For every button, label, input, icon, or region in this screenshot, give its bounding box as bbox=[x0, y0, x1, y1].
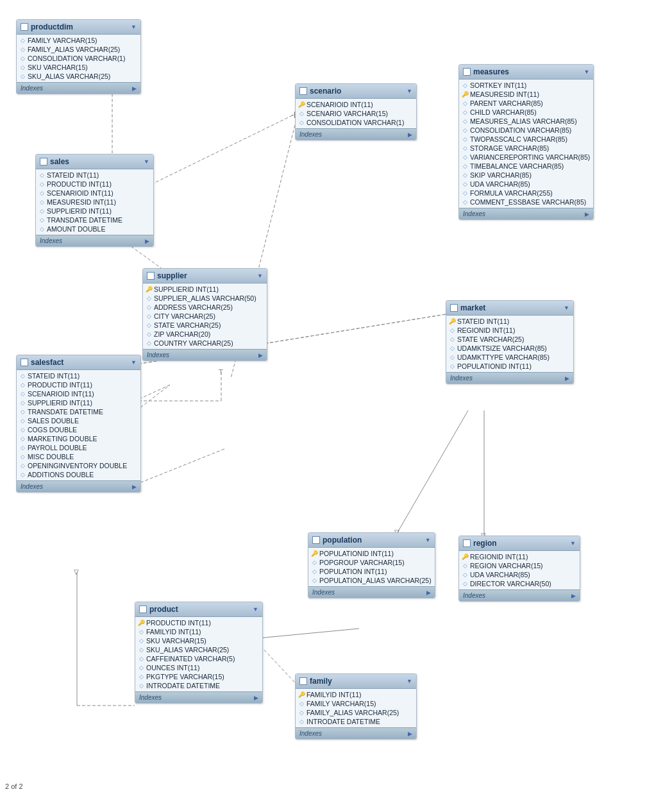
table-productdim: productdim ▼ ◇FAMILY VARCHAR(15) ◇FAMILY… bbox=[16, 19, 141, 94]
diamond-icon: ◇ bbox=[39, 208, 45, 214]
list-item: ◇INTRODATE DATETIME bbox=[135, 681, 262, 690]
list-item: ◇SCENARIO VARCHAR(15) bbox=[296, 109, 416, 118]
list-item: ◇VARIANCEREPORTING VARCHAR(85) bbox=[459, 153, 593, 162]
table-footer-population[interactable]: Indexes ▶ bbox=[308, 586, 435, 598]
table-icon-supplier bbox=[147, 272, 155, 280]
list-item: ◇ADDITIONS DOUBLE bbox=[17, 470, 140, 479]
footer-arrow: ▶ bbox=[571, 593, 576, 599]
diamond-icon: ◇ bbox=[462, 182, 468, 187]
list-item: 🔑STATEID INT(11) bbox=[446, 317, 573, 326]
dropdown-population[interactable]: ▼ bbox=[425, 537, 431, 543]
table-name-productdim: productdim bbox=[31, 22, 73, 31]
list-item: ◇PKGTYPE VARCHAR(15) bbox=[135, 672, 262, 681]
list-item: ◇CHILD VARCHAR(85) bbox=[459, 108, 593, 117]
svg-line-13 bbox=[398, 410, 468, 532]
table-icon-family bbox=[299, 677, 307, 685]
table-body-salesfact: ◇STATEID INT(11) ◇PRODUCTID INT(11) ◇SCE… bbox=[17, 370, 140, 480]
key-icon: 🔑 bbox=[138, 620, 144, 626]
list-item: ◇POPGROUP VARCHAR(15) bbox=[308, 558, 435, 567]
table-name-measures: measures bbox=[473, 67, 509, 76]
dropdown-region[interactable]: ▼ bbox=[570, 540, 576, 546]
table-icon-population bbox=[312, 536, 320, 544]
table-name-sales: sales bbox=[50, 157, 69, 166]
table-footer-scenario[interactable]: Indexes ▶ bbox=[296, 128, 416, 140]
table-footer-product[interactable]: Indexes ▶ bbox=[135, 691, 262, 703]
diamond-icon: ◇ bbox=[462, 155, 468, 160]
list-item: ◇CONSOLIDATION VARCHAR(1) bbox=[17, 54, 140, 63]
diagram-area: ▷ | -| ▷ -| ▽ ▽ ▽ ▷ ⊤ bbox=[0, 0, 663, 795]
list-item: ◇UDAMKTTYPE VARCHAR(85) bbox=[446, 353, 573, 362]
footer-arrow: ▶ bbox=[254, 695, 258, 701]
table-footer-supplier[interactable]: Indexes ▶ bbox=[143, 349, 267, 360]
diamond-icon: ◇ bbox=[462, 110, 468, 115]
indexes-label: Indexes bbox=[299, 131, 322, 138]
key-icon: 🔑 bbox=[299, 102, 305, 108]
diamond-icon: ◇ bbox=[462, 137, 468, 142]
diamond-icon: ◇ bbox=[39, 190, 45, 196]
diamond-icon: ◇ bbox=[146, 314, 152, 319]
list-item: ◇TIMEBALANCE VARCHAR(85) bbox=[459, 162, 593, 171]
diamond-icon: ◇ bbox=[299, 719, 305, 725]
table-salesfact: salesfact ▼ ◇STATEID INT(11) ◇PRODUCTID … bbox=[16, 355, 141, 493]
dropdown-market[interactable]: ▼ bbox=[564, 305, 569, 311]
list-item: ◇OUNCES INT(11) bbox=[135, 663, 262, 672]
table-footer-measures[interactable]: Indexes ▶ bbox=[459, 208, 593, 219]
list-item: ◇CONSOLIDATION VARCHAR(85) bbox=[459, 126, 593, 135]
dropdown-salesfact[interactable]: ▼ bbox=[131, 359, 137, 366]
table-header-market: market ▼ bbox=[446, 301, 573, 316]
table-footer-productdim[interactable]: Indexes ▶ bbox=[17, 82, 140, 94]
key-icon: 🔑 bbox=[312, 551, 317, 557]
list-item: ◇TRANSDATE DATETIME bbox=[17, 407, 140, 416]
list-item: ◇MISC DOUBLE bbox=[17, 452, 140, 461]
table-footer-market[interactable]: Indexes ▶ bbox=[446, 372, 573, 384]
table-footer-region[interactable]: Indexes ▶ bbox=[459, 589, 580, 601]
table-icon-product bbox=[139, 605, 147, 613]
list-item: ◇SORTKEY INT(11) bbox=[459, 81, 593, 90]
diamond-icon: ◇ bbox=[146, 341, 152, 346]
dropdown-family[interactable]: ▼ bbox=[407, 678, 412, 684]
table-header-population: population ▼ bbox=[308, 533, 435, 548]
diamond-icon: ◇ bbox=[312, 569, 317, 575]
list-item: ◇INTRODATE DATETIME bbox=[296, 717, 416, 726]
diamond-icon: ◇ bbox=[138, 647, 144, 653]
table-body-population: 🔑POPULATIONID INT(11) ◇POPGROUP VARCHAR(… bbox=[308, 548, 435, 586]
table-body-region: 🔑REGIONID INT(11) ◇REGION VARCHAR(15) ◇U… bbox=[459, 551, 580, 589]
dropdown-measures[interactable]: ▼ bbox=[583, 69, 589, 75]
diamond-icon: ◇ bbox=[20, 56, 26, 62]
list-item: 🔑REGIONID INT(11) bbox=[459, 552, 580, 561]
dropdown-sales[interactable]: ▼ bbox=[144, 158, 149, 165]
key-icon: 🔑 bbox=[146, 287, 152, 292]
diamond-icon: ◇ bbox=[462, 199, 468, 205]
list-item: ◇FAMILY VARCHAR(15) bbox=[296, 699, 416, 708]
list-item: ◇PARENT VARCHAR(85) bbox=[459, 99, 593, 108]
list-item: ◇CITY VARCHAR(25) bbox=[143, 312, 267, 321]
list-item: ◇FAMILYID INT(11) bbox=[135, 627, 262, 636]
table-measures: measures ▼ ◇SORTKEY INT(11) 🔑MEASURESID … bbox=[458, 64, 594, 220]
list-item: ◇ZIP VARCHAR(20) bbox=[143, 330, 267, 339]
footer-arrow: ▶ bbox=[132, 484, 137, 490]
diamond-icon: ◇ bbox=[20, 445, 26, 451]
table-footer-family[interactable]: Indexes ▶ bbox=[296, 727, 416, 739]
list-item: ◇SKU VARCHAR(15) bbox=[135, 636, 262, 645]
diamond-icon: ◇ bbox=[462, 164, 468, 169]
diamond-icon: ◇ bbox=[138, 638, 144, 644]
list-item: ◇MARKETING DOUBLE bbox=[17, 434, 140, 443]
list-item: ◇SALES DOUBLE bbox=[17, 416, 140, 425]
table-icon-sales bbox=[40, 158, 47, 165]
dropdown-product[interactable]: ▼ bbox=[253, 606, 258, 613]
table-body-supplier: 🔑SUPPLIERID INT(11) ◇SUPPLIER_ALIAS VARC… bbox=[143, 283, 267, 349]
table-body-family: 🔑FAMILYID INT(11) ◇FAMILY VARCHAR(15) ◇F… bbox=[296, 689, 416, 727]
dropdown-productdim[interactable]: ▼ bbox=[131, 24, 137, 30]
list-item: ◇TRANSDATE DATETIME bbox=[36, 216, 153, 224]
table-name-salesfact: salesfact bbox=[31, 358, 63, 367]
diamond-icon: ◇ bbox=[462, 190, 468, 196]
dropdown-scenario[interactable]: ▼ bbox=[407, 88, 412, 94]
indexes-label: Indexes bbox=[299, 730, 322, 737]
table-footer-sales[interactable]: Indexes ▶ bbox=[36, 235, 153, 246]
table-market: market ▼ 🔑STATEID INT(11) ◇REGIONID INT(… bbox=[446, 300, 574, 384]
table-footer-salesfact[interactable]: Indexes ▶ bbox=[17, 480, 140, 492]
table-name-region: region bbox=[473, 539, 497, 548]
table-region: region ▼ 🔑REGIONID INT(11) ◇REGION VARCH… bbox=[458, 536, 580, 602]
diamond-icon: ◇ bbox=[449, 328, 455, 334]
dropdown-supplier[interactable]: ▼ bbox=[257, 273, 263, 279]
